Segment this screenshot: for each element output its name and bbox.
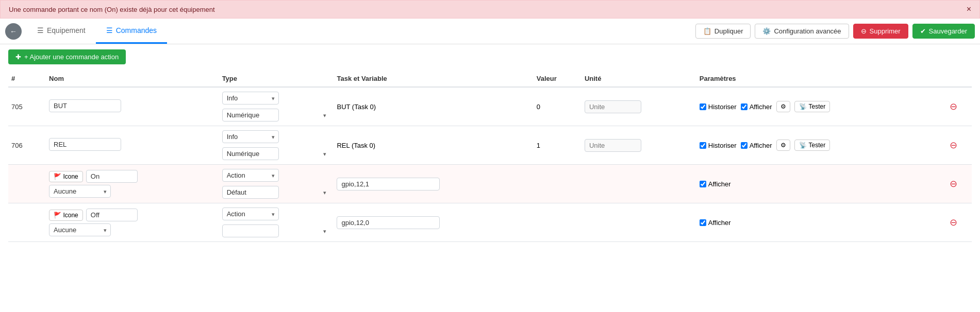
icon-flag-button-on[interactable]: 🚩 Icone: [49, 171, 83, 182]
row-valeur-cell-on: [534, 165, 582, 203]
alert-banner: Une commande portant ce nom (On) existe …: [0, 0, 980, 19]
subtype-select-706[interactable]: Numérique Binaire Autre: [222, 147, 279, 160]
aucune-select-wrap-on: Aucune: [49, 185, 111, 198]
afficher-label-on[interactable]: Afficher: [700, 180, 731, 188]
afficher-label-706[interactable]: Afficher: [741, 142, 772, 149]
minus-circle-icon: ⊖: [861, 27, 867, 35]
subtype-select-wrap-706: Numérique Binaire Autre: [222, 147, 331, 160]
tab-equipement[interactable]: ☰ Equipement: [27, 19, 96, 44]
row-remove-cell-on: ⊖: [946, 165, 972, 203]
alert-close-button[interactable]: ×: [967, 5, 971, 14]
row-remove-cell-off: ⊖: [946, 203, 972, 242]
aucune-select-on[interactable]: Aucune: [49, 185, 111, 198]
table-row: 🚩 Icone Aucune: [8, 165, 972, 203]
col-unite: Unité: [582, 71, 696, 87]
back-button[interactable]: ←: [5, 23, 22, 40]
gear-button-705[interactable]: ⚙: [776, 101, 790, 112]
icon-flag-button-off[interactable]: 🚩 Icone: [49, 210, 83, 221]
row-unite-cell-706: [582, 126, 696, 165]
col-type: Type: [219, 71, 334, 87]
name-input-on[interactable]: [86, 170, 138, 183]
tester-button-705[interactable]: 📡 Tester: [794, 101, 830, 112]
add-command-button[interactable]: ✚ + Ajouter une commande action: [8, 49, 126, 64]
historiser-checkbox-706[interactable]: [700, 142, 706, 149]
afficher-checkbox-off[interactable]: [700, 219, 706, 226]
aucune-select-off[interactable]: Aucune: [49, 223, 111, 236]
afficher-label-705[interactable]: Afficher: [741, 103, 772, 111]
row-remove-cell-706: ⊖: [946, 126, 972, 165]
subtype-select-wrap-705: Numérique Binaire Autre: [222, 109, 331, 122]
row-params-cell-off: Afficher: [696, 203, 946, 242]
type-select-705[interactable]: Info Action: [222, 92, 279, 105]
gpio-input-on[interactable]: [337, 178, 440, 190]
sauvegarder-button[interactable]: ✔ Sauvegarder: [912, 24, 975, 39]
name-input-off[interactable]: [86, 209, 138, 221]
supprimer-button[interactable]: ⊖ Supprimer: [853, 24, 908, 39]
check-icon: ✔: [920, 27, 926, 35]
aucune-select-wrap-off: Aucune: [49, 223, 111, 236]
dupliquer-icon: 📋: [703, 27, 711, 35]
row-type-cell-705: Info Action Numérique Binaire Autre: [219, 87, 334, 126]
row-unite-cell-off: [582, 203, 696, 242]
name-input-706[interactable]: [49, 138, 121, 151]
afficher-label-off[interactable]: Afficher: [700, 219, 731, 227]
historiser-label-706[interactable]: Historiser: [700, 142, 737, 149]
unite-input-706[interactable]: [585, 139, 641, 152]
type-select-on[interactable]: Info Action: [222, 169, 279, 182]
table-row: 705 Info Action: [8, 87, 972, 126]
row-id-on: [8, 165, 46, 203]
row-type-cell-off: Info Action Défaut Curseur: [219, 203, 334, 242]
valeur-706: 1: [537, 142, 540, 149]
type-select-wrap-706: Info Action: [222, 130, 279, 143]
row-params-cell-on: Afficher: [696, 165, 946, 203]
remove-button-706[interactable]: ⊖: [950, 141, 957, 150]
unite-input-705[interactable]: [585, 100, 641, 113]
subtype-select-on[interactable]: Défaut Curseur Message: [222, 186, 279, 199]
tabs: ☰ Equipement ☰ Commandes: [27, 19, 167, 44]
table-header-row: # Nom Type Task et Variable Valeur Unité…: [8, 71, 972, 87]
afficher-checkbox-705[interactable]: [741, 103, 748, 110]
afficher-checkbox-706[interactable]: [741, 142, 748, 149]
row-name-cell-on: 🚩 Icone Aucune: [46, 165, 219, 203]
subtype-select-705[interactable]: Numérique Binaire Autre: [222, 109, 279, 122]
config-avancee-button[interactable]: ⚙️ Configuration avancée: [755, 24, 849, 39]
type-select-wrap-on: Info Action: [222, 169, 279, 182]
name-input-705[interactable]: [49, 99, 121, 112]
subtype-select-off[interactable]: Défaut Curseur: [222, 224, 279, 237]
col-hash: #: [8, 71, 46, 87]
row-name-cell-706: [46, 126, 219, 165]
alert-message: Une commande portant ce nom (On) existe …: [9, 6, 215, 13]
row-remove-cell-705: ⊖: [946, 87, 972, 126]
task-variable-705: BUT (Task 0): [337, 103, 376, 111]
type-select-706[interactable]: Info Action: [222, 130, 279, 143]
gear-button-706[interactable]: ⚙: [776, 140, 790, 151]
tester-button-706[interactable]: 📡 Tester: [794, 140, 830, 151]
col-task: Task et Variable: [334, 71, 533, 87]
row-params-cell-705: Historiser Afficher ⚙ 📡 Tester: [696, 87, 946, 126]
top-actions: 📋 Dupliquer ⚙️ Configuration avancée ⊖ S…: [695, 24, 975, 39]
commandes-icon: ☰: [106, 26, 113, 34]
table-row: 706 Info Action: [8, 126, 972, 165]
tab-equipement-label: Equipement: [47, 26, 86, 34]
row-type-cell-on: Info Action Défaut Curseur Message: [219, 165, 334, 203]
row-valeur-cell-706: 1: [534, 126, 582, 165]
row-task-cell-706: REL (Task 0): [334, 126, 533, 165]
dupliquer-button[interactable]: 📋 Dupliquer: [695, 24, 751, 39]
row-type-cell-706: Info Action Numérique Binaire Autre: [219, 126, 334, 165]
row-id-706: 706: [8, 126, 46, 165]
remove-button-on[interactable]: ⊖: [950, 179, 957, 188]
row-valeur-cell-705: 0: [534, 87, 582, 126]
historiser-label-705[interactable]: Historiser: [700, 103, 737, 111]
remove-button-off[interactable]: ⊖: [950, 218, 957, 227]
historiser-checkbox-705[interactable]: [700, 103, 706, 110]
tab-commandes[interactable]: ☰ Commandes: [96, 19, 167, 44]
col-nom: Nom: [46, 71, 219, 87]
row-unite-cell-on: [582, 165, 696, 203]
afficher-checkbox-on[interactable]: [700, 181, 706, 187]
commands-table: # Nom Type Task et Variable Valeur Unité…: [8, 71, 972, 242]
task-variable-706: REL (Task 0): [337, 142, 375, 149]
back-icon: ←: [10, 27, 17, 36]
type-select-off[interactable]: Info Action: [222, 207, 279, 220]
remove-button-705[interactable]: ⊖: [950, 102, 957, 111]
gpio-input-off[interactable]: [337, 216, 440, 229]
